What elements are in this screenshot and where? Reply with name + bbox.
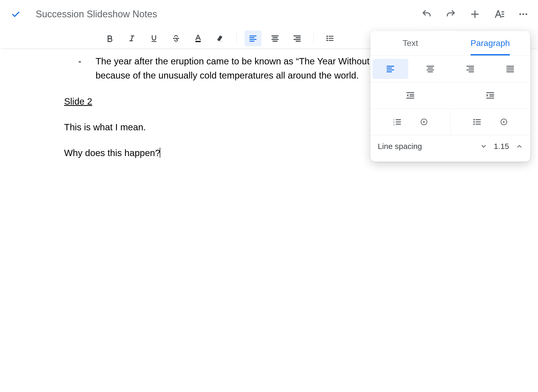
align-center-button[interactable] — [267, 30, 283, 46]
increase-indent-button[interactable] — [450, 82, 530, 109]
text-cursor — [160, 148, 160, 158]
line-spacing-stepper: 1.15 — [480, 142, 523, 151]
numbered-list-options-button[interactable] — [420, 118, 428, 126]
svg-point-7 — [327, 40, 328, 41]
line-spacing-value: 1.15 — [494, 142, 509, 151]
more-menu-button[interactable] — [518, 8, 529, 20]
toolbar-divider — [313, 33, 314, 44]
bulleted-list-options-button[interactable] — [500, 118, 508, 126]
numbered-list-button[interactable]: 123 — [393, 117, 402, 126]
alignment-row — [370, 56, 530, 82]
list-row: 123 — [370, 109, 530, 135]
svg-point-5 — [327, 35, 328, 37]
align-left-button[interactable] — [245, 30, 261, 46]
bullet-marker: - — [78, 54, 81, 83]
svg-point-13 — [473, 121, 475, 123]
svg-rect-3 — [195, 41, 201, 42]
line-spacing-row: Line spacing 1.15 — [370, 135, 530, 162]
panel-align-left[interactable] — [373, 59, 408, 79]
indent-row — [370, 82, 530, 109]
line-spacing-label: Line spacing — [378, 142, 480, 151]
bulleted-list-group — [450, 109, 530, 135]
bold-button[interactable] — [101, 30, 118, 46]
svg-rect-4 — [218, 41, 223, 42]
undo-button[interactable] — [421, 8, 432, 20]
numbered-list-group: 123 — [370, 109, 450, 135]
line-spacing-increase[interactable] — [516, 143, 523, 150]
done-check-button[interactable] — [10, 8, 22, 20]
tab-paragraph[interactable]: Paragraph — [450, 31, 530, 55]
text-color-button[interactable] — [190, 30, 206, 46]
svg-point-0 — [519, 13, 521, 15]
header-bar: Succession Slideshow Notes — [0, 0, 538, 28]
align-right-button[interactable] — [289, 30, 306, 46]
text-format-button[interactable] — [493, 8, 505, 20]
document-title[interactable]: Succession Slideshow Notes — [36, 9, 421, 20]
svg-point-2 — [525, 13, 527, 15]
svg-text:3: 3 — [393, 123, 395, 126]
line-spacing-decrease[interactable] — [480, 143, 487, 150]
paragraph-panel: Text Paragraph 123 — [370, 31, 530, 162]
redo-button[interactable] — [445, 8, 457, 20]
svg-point-1 — [523, 13, 524, 15]
strikethrough-button[interactable] — [168, 30, 184, 46]
insert-button[interactable] — [469, 8, 481, 20]
panel-align-justify[interactable] — [492, 59, 528, 79]
italic-button[interactable] — [123, 30, 140, 46]
paragraph-text: Why does this happen? — [64, 148, 160, 158]
tab-text[interactable]: Text — [370, 31, 450, 55]
underline-button[interactable] — [146, 30, 162, 46]
highlight-button[interactable] — [212, 30, 229, 46]
decrease-indent-button[interactable] — [370, 82, 450, 109]
svg-point-12 — [473, 119, 475, 121]
panel-align-right[interactable] — [452, 59, 488, 79]
panel-align-center[interactable] — [412, 59, 448, 79]
toolbar-divider — [236, 33, 237, 44]
header-actions — [421, 8, 531, 20]
panel-bulleted-list-button[interactable] — [473, 117, 482, 126]
bulleted-list-button[interactable] — [322, 30, 338, 46]
svg-point-14 — [473, 123, 475, 125]
panel-tabs: Text Paragraph — [370, 31, 530, 56]
svg-point-6 — [327, 38, 328, 39]
